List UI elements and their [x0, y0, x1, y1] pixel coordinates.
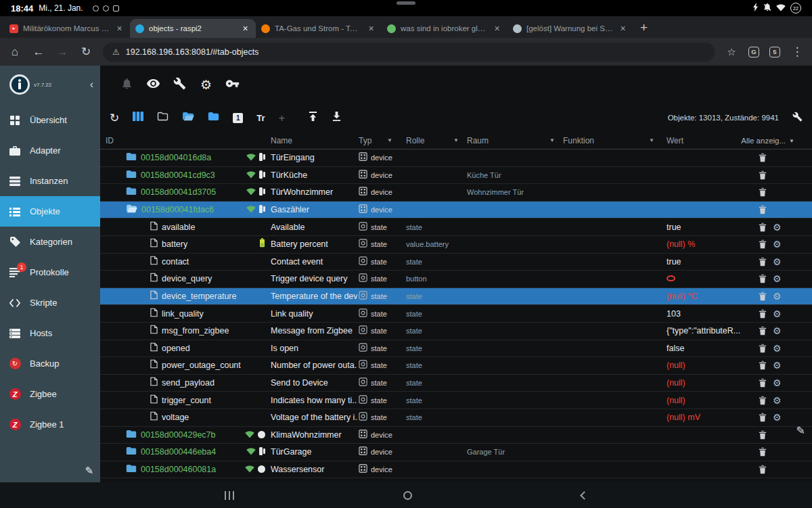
delete-object-icon[interactable]	[759, 447, 767, 457]
notifications-bell-icon[interactable]	[119, 77, 135, 93]
folder-icon[interactable]	[126, 463, 137, 476]
reload-icon[interactable]: ↻	[79, 46, 93, 57]
delete-object-icon[interactable]	[759, 344, 767, 353]
table-row[interactable]: trigger_countIndicates how many ti...sta…	[100, 392, 812, 409]
key-icon[interactable]	[225, 76, 240, 93]
table-row[interactable]: contactContact eventstatestatetrue⚙	[100, 254, 812, 271]
sidebar-item-kategorien[interactable]: Kategorien	[0, 227, 100, 257]
sidebar-item-protokolle[interactable]: 1Protokolle	[0, 257, 100, 287]
delete-object-icon[interactable]	[759, 187, 767, 197]
tab-close-icon[interactable]: ×	[492, 23, 502, 34]
refresh-icon[interactable]: ↻	[110, 112, 119, 124]
delete-object-icon[interactable]	[759, 274, 767, 283]
table-row[interactable]: 00158d000446eba4TürGaragedeviceGarage Tü…	[100, 444, 812, 461]
sidebar-item-backup[interactable]: ↻Backup	[0, 348, 100, 379]
folder-view-icon[interactable]	[208, 112, 219, 124]
table-row[interactable]: send_payloadSend to Devicestatestate(nul…	[100, 375, 812, 392]
tab-close-icon[interactable]: ×	[114, 23, 125, 34]
address-bar[interactable]: ⚠ 192.168.196.163:8081/#tab-objects	[103, 43, 715, 62]
expand-all-folder-open-icon[interactable]	[182, 112, 194, 124]
sidebar-collapse-icon[interactable]: ‹	[90, 78, 93, 91]
table-row[interactable]: openedIs openstatestatefalse⚙	[100, 340, 812, 358]
sidebar-item-zigbee-1[interactable]: ZZigbee 1	[0, 409, 100, 440]
wrench-icon[interactable]	[172, 77, 187, 93]
table-row[interactable]: link_qualityLink qualitystatestate103⚙	[100, 305, 812, 323]
edit-object-gear-icon[interactable]: ⚙	[773, 413, 782, 422]
gesture-handle[interactable]	[397, 1, 415, 5]
column-header-funktion[interactable]: Funktion▼	[562, 136, 661, 145]
translate-icon[interactable]: G	[748, 47, 759, 57]
sidebar-edit-pencil-icon[interactable]: ✎	[85, 465, 93, 477]
collapse-all-folder-icon[interactable]	[157, 112, 168, 124]
column-header-id[interactable]: ID	[100, 136, 269, 145]
table-row[interactable]: batteryBattery percentstatevalue.battery…	[100, 236, 812, 254]
text-format-icon[interactable]: Tr	[256, 113, 265, 123]
edit-object-gear-icon[interactable]: ⚙	[773, 344, 782, 353]
tab-count-button[interactable]: 5	[769, 47, 780, 57]
back-button[interactable]	[580, 491, 589, 500]
delete-object-icon[interactable]	[759, 205, 767, 214]
delete-object-icon[interactable]	[759, 257, 767, 267]
sidebar-item-zigbee[interactable]: ZZigbee	[0, 379, 100, 409]
edit-object-gear-icon[interactable]: ⚙	[773, 396, 782, 405]
folder-icon[interactable]	[126, 152, 137, 164]
edit-object-gear-icon[interactable]: ⚙	[773, 309, 782, 319]
add-object-icon[interactable]: +	[279, 112, 286, 124]
browser-tab[interactable]: TA-Gas und Strom - Tablet×	[256, 19, 382, 38]
delete-object-icon[interactable]	[759, 326, 767, 336]
export-objects-icon[interactable]	[332, 112, 342, 124]
delete-object-icon[interactable]	[759, 378, 767, 388]
folder-icon[interactable]	[126, 169, 137, 181]
table-row[interactable]: voltageVoltage of the battery i...states…	[100, 409, 812, 427]
edit-object-gear-icon[interactable]: ⚙	[773, 223, 782, 232]
sidebar-item-hosts[interactable]: Hosts	[0, 318, 100, 348]
forward-icon[interactable]: →	[55, 46, 69, 57]
column-header-typ[interactable]: Typ▼	[357, 136, 399, 145]
edit-object-gear-icon[interactable]: ⚙	[773, 274, 782, 283]
table-row[interactable]: 00158d000429ec7bKlimaWohnzimmerdevice	[100, 427, 812, 444]
table-row[interactable]: device_queryTrigger device querystatebut…	[100, 271, 812, 288]
table-row[interactable]: msg_from_zigbeeMessage from Zigbeestates…	[100, 323, 812, 340]
value-filter-dropdown[interactable]: Alle anzeig...▼	[741, 132, 794, 149]
tab-close-icon[interactable]: ×	[240, 23, 250, 34]
site-warning-icon[interactable]: ⚠	[112, 47, 120, 57]
table-row[interactable]: 00158d000460081aWassersensordevice	[100, 461, 812, 479]
sidebar-item-objekte[interactable]: Objekte	[0, 196, 100, 227]
tab-close-icon[interactable]: ×	[366, 23, 376, 34]
table-row[interactable]: device_temperatureTemperature of the dev…	[100, 288, 812, 306]
columns-view-icon[interactable]	[133, 112, 143, 124]
browser-tab[interactable]: objects - raspi2×	[130, 19, 256, 38]
import-objects-icon[interactable]	[308, 112, 318, 124]
home-icon[interactable]: ⌂	[8, 46, 22, 57]
delete-object-icon[interactable]	[759, 223, 767, 232]
table-row[interactable]: availableAvailablestatestatetrue⚙	[100, 218, 812, 236]
column-header-name[interactable]: Name	[269, 136, 357, 145]
delete-object-icon[interactable]	[759, 361, 767, 370]
edit-object-gear-icon[interactable]: ⚙	[773, 326, 782, 336]
edit-pencil-icon[interactable]: ✎	[796, 424, 805, 437]
folder-open-icon[interactable]	[126, 204, 137, 216]
table-row[interactable]: 00158d00041d3705TürWohnzimmerdeviceWohnz…	[100, 184, 812, 202]
table-row[interactable]: 00158d00041fdac6Gaszählerdevice	[100, 202, 812, 219]
delete-object-icon[interactable]	[759, 170, 767, 180]
folder-icon[interactable]	[126, 429, 137, 441]
folder-icon[interactable]	[126, 186, 137, 198]
delete-object-icon[interactable]	[759, 430, 767, 440]
browser-tab[interactable]: was sind in iobroker globale×	[382, 19, 508, 38]
menu-dots-icon[interactable]: ⋮	[790, 46, 804, 57]
settings-gear-icon[interactable]: ⚙	[198, 78, 214, 91]
column-settings-wrench-icon[interactable]	[792, 112, 803, 124]
delete-object-icon[interactable]	[759, 309, 767, 319]
browser-tab[interactable]: ▸Militärökonom Marcus Keup×	[4, 19, 130, 38]
sidebar-item-skripte[interactable]: Skripte	[0, 287, 100, 318]
sidebar-item-adapter[interactable]: Adapter	[0, 135, 100, 166]
table-row[interactable]: 00158d004016d8aTürEingangdevice	[100, 149, 812, 167]
delete-object-icon[interactable]	[759, 153, 767, 162]
home-button[interactable]	[403, 491, 412, 500]
visibility-eye-icon[interactable]	[145, 76, 161, 93]
column-header-rolle[interactable]: Rolle▼	[399, 136, 466, 145]
edit-object-gear-icon[interactable]: ⚙	[773, 378, 782, 388]
delete-object-icon[interactable]	[759, 465, 767, 474]
delete-object-icon[interactable]	[759, 413, 767, 422]
folder-icon[interactable]	[126, 446, 137, 458]
